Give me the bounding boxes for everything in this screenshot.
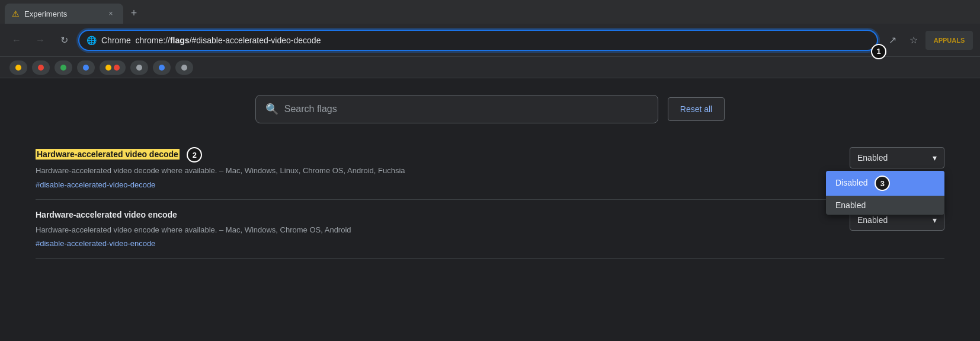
flag-desc-encode: Hardware-accelerated video encode where … — [36, 224, 814, 236]
flag-info-encode: Hardware-accelerated video encode Hardwa… — [36, 209, 814, 249]
bookmark-2[interactable] — [32, 60, 50, 75]
bookmark-3[interactable] — [55, 60, 72, 75]
search-box[interactable]: 🔍 Search flags — [255, 95, 658, 123]
back-icon: ← — [12, 35, 21, 46]
back-button[interactable]: ← — [7, 31, 26, 50]
bookmark-dot-5b — [114, 65, 120, 71]
step-badge-2: 2 — [187, 147, 202, 162]
address-text: Chrome chrome://flags/#disable-accelerat… — [101, 36, 870, 45]
flag-title-row-encode: Hardware-accelerated video encode — [36, 209, 814, 222]
bookmark-dot-5 — [105, 65, 111, 71]
address-bar-container: 🌐 Chrome chrome://flags/#disable-acceler… — [78, 30, 878, 51]
bookmark-5[interactable] — [100, 60, 126, 75]
bookmark-4[interactable] — [77, 60, 95, 75]
flag-control-decode: Enabled ▾ Disabled 3 Enabled — [826, 147, 944, 168]
bookmark-7[interactable] — [153, 60, 171, 75]
logo-text: APPUALS — [934, 37, 965, 44]
title-bar: ⚠ Experiments × + — [0, 0, 980, 24]
bookmark-bar — [0, 57, 980, 78]
flag-title-row: Hardware-accelerated video decode 2 — [36, 147, 814, 162]
tab-close-button[interactable]: × — [105, 8, 116, 19]
address-bar[interactable]: 🌐 Chrome chrome://flags/#disable-acceler… — [78, 30, 878, 51]
flag-desc-decode: Hardware-accelerated video decode where … — [36, 165, 814, 177]
bookmark-dot-3 — [60, 65, 66, 71]
dropdown-option-disabled[interactable]: Disabled 3 — [826, 171, 944, 196]
flag-link-decode[interactable]: #disable-accelerated-video-decode — [36, 180, 155, 189]
reload-icon: ↻ — [60, 34, 68, 46]
flag-title-decode: Hardware-accelerated video decode — [36, 149, 180, 160]
chevron-down-icon: ▾ — [933, 153, 937, 162]
search-icon: 🔍 — [265, 103, 278, 116]
flag-item-encode: Hardware-accelerated video encode Hardwa… — [36, 200, 944, 259]
flag-info-decode: Hardware-accelerated video decode 2 Hard… — [36, 147, 814, 190]
bookmark-dot-8 — [181, 65, 187, 71]
toolbar-right: ↗ ☆ APPUALS — [883, 31, 973, 50]
share-button[interactable]: ↗ — [883, 31, 902, 50]
toolbar: ← → ↻ 🌐 Chrome chrome://flags/#disable-a… — [0, 24, 980, 57]
flag-dropdown-decode[interactable]: Disabled 3 Enabled — [826, 171, 944, 215]
main-content: 🔍 Search flags Reset all Hardware-accele… — [0, 78, 980, 341]
search-row: 🔍 Search flags Reset all — [0, 95, 980, 123]
active-tab[interactable]: ⚠ Experiments × — [5, 4, 123, 24]
bookmark-1[interactable] — [9, 60, 27, 75]
flag-select-value-encode: Enabled — [857, 215, 888, 225]
bookmark-dot-6 — [136, 65, 142, 71]
bookmark-dot-4 — [83, 65, 89, 71]
reload-button[interactable]: ↻ — [55, 31, 73, 50]
tab-title: Experiments — [24, 9, 101, 18]
share-icon: ↗ — [889, 34, 896, 46]
address-url: chrome://flags/#disable-accelerated-vide… — [136, 36, 321, 45]
flag-select-decode[interactable]: Enabled ▾ — [850, 147, 944, 168]
bookmark-8[interactable] — [175, 60, 193, 75]
bookmark-dot-1 — [15, 65, 21, 71]
forward-button[interactable]: → — [31, 31, 50, 50]
chevron-down-icon-encode: ▾ — [933, 215, 937, 225]
bookmark-dot-2 — [38, 65, 44, 71]
step-badge-3: 3 — [875, 176, 890, 191]
address-prefix: Chrome — [101, 36, 131, 45]
flag-link-encode[interactable]: #disable-accelerated-video-encode — [36, 239, 155, 248]
reset-all-button[interactable]: Reset all — [668, 97, 725, 121]
search-placeholder: Search flags — [284, 104, 337, 114]
site-icon: 🌐 — [87, 36, 97, 45]
flags-list: Hardware-accelerated video decode 2 Hard… — [0, 138, 980, 259]
flag-title-encode: Hardware-accelerated video encode — [36, 210, 177, 219]
star-icon: ☆ — [909, 34, 918, 46]
new-tab-button[interactable]: + — [126, 5, 142, 21]
step-badge-1: 1 — [871, 44, 886, 59]
flag-item-decode: Hardware-accelerated video decode 2 Hard… — [36, 138, 944, 200]
bookmark-dot-7 — [159, 65, 165, 71]
forward-icon: → — [36, 35, 45, 46]
bookmark-6[interactable] — [130, 60, 148, 75]
dropdown-option-enabled[interactable]: Enabled — [826, 196, 944, 215]
address-bold: flags — [170, 36, 190, 45]
bookmark-button[interactable]: ☆ — [904, 31, 923, 50]
dropdown-option-label-disabled: Disabled — [835, 178, 867, 187]
tab-warning-icon: ⚠ — [12, 9, 20, 18]
appuals-logo: APPUALS — [925, 31, 973, 50]
flag-select-value-decode: Enabled — [857, 153, 888, 162]
